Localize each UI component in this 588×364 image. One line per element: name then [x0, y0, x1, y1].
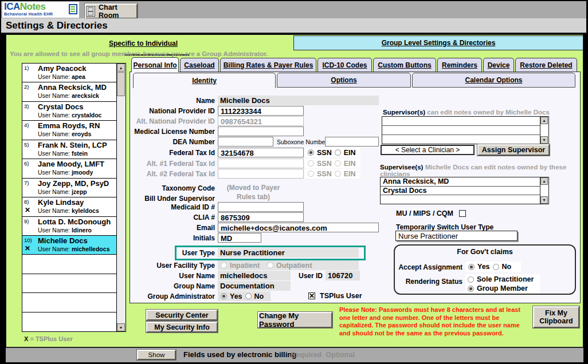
ssn-label: SSN [317, 149, 332, 157]
subtab-calendar-options[interactable]: Calendar Options [412, 73, 575, 88]
supervisees-scrollbar[interactable]: ▲ ▼ [540, 177, 548, 204]
alt2-federal-tax-field[interactable] [218, 169, 304, 179]
list-item-name: Michelle Docs [38, 236, 88, 245]
medical-license-field[interactable] [218, 126, 304, 136]
scroll-up-icon[interactable]: ▲ [540, 177, 548, 185]
gov-claims-box: For Gov't claims Accept Assignment Yes N… [394, 244, 576, 295]
supervisee-row[interactable]: Anna Recksick, MD [381, 177, 540, 187]
outpatient-radio[interactable] [267, 262, 273, 268]
ein-radio[interactable] [335, 160, 341, 167]
billing-fields-label: Fields used by electronic billing [183, 350, 296, 359]
switch-user-type-dropdown[interactable]: Nurse Practitioner [395, 231, 518, 241]
chart-room-button[interactable]: Chart Room [85, 3, 138, 19]
list-item[interactable]: 3) Crystal Docs User Name: crystaldoc [22, 102, 116, 121]
user-type-field[interactable]: Nurse Practitioner [218, 248, 359, 258]
group-member-radio[interactable] [468, 286, 474, 292]
yes-radio[interactable] [221, 293, 227, 299]
scrollbar-thumb[interactable] [117, 72, 125, 96]
scroll-up-icon[interactable]: ▲ [117, 64, 125, 72]
select-clinician-dropdown[interactable]: < Select a Clinician > [381, 145, 475, 155]
no-label: No [254, 292, 264, 300]
sole-practitioner-radio[interactable] [468, 276, 474, 283]
username-prefix: User Name: [38, 73, 70, 80]
app-top-bar: ICANotes Behavioral Health EHR Chart Roo… [1, 1, 586, 18]
tab-caseload[interactable]: Caseload [180, 58, 219, 72]
tab-group-level-settings[interactable]: Group Level Settings & Directories [293, 35, 583, 50]
supervisor-row[interactable] [382, 135, 540, 144]
scroll-down-icon[interactable]: ▼ [117, 323, 125, 331]
alt-npi-field[interactable]: 0987654321 [218, 116, 304, 126]
supervisors-listbox: ▲ ▼ [382, 116, 549, 144]
alt2-tax-type-radios: SSN EIN [305, 169, 360, 179]
tab-device[interactable]: Device [483, 58, 514, 72]
list-item[interactable]: 2) Anna Recksick, MD User Name: arecksic… [22, 82, 116, 101]
list-item[interactable]: 8) Kyle Lindsay ✕ User Name: kyleldocs [22, 197, 116, 216]
yes-radio[interactable] [468, 264, 475, 270]
change-password-button[interactable]: Change My Password [258, 312, 332, 328]
npi-label: National Provider ID [117, 106, 215, 116]
user-list-rows: 1) Amy Peacock User Name: apea 2) Anna R… [22, 64, 116, 331]
show-button[interactable]: Show [137, 350, 176, 360]
fix-my-clipboard-button[interactable]: Fix My Clipboard [533, 306, 579, 328]
ssn-radio[interactable] [308, 149, 314, 156]
my-security-info-button[interactable]: My Security Info [146, 322, 218, 333]
subtab-options[interactable]: Options [277, 73, 411, 88]
tab-icd10-codes[interactable]: ICD-10 Codes [317, 58, 372, 72]
federal-tax-id-field[interactable]: 32154678 [218, 148, 304, 157]
ein-radio[interactable] [335, 149, 341, 156]
tab-personal-info[interactable]: Personal Info [131, 57, 179, 72]
name-field: Michelle Docs [218, 96, 379, 105]
suboxone-number-field[interactable] [325, 137, 379, 147]
security-center-button[interactable]: Security Center [146, 310, 218, 321]
clia-label: CLIA # [117, 212, 215, 222]
no-radio[interactable] [245, 293, 252, 299]
alt1-federal-tax-field[interactable] [218, 159, 304, 168]
user-list: 1) Amy Peacock User Name: apea 2) Anna R… [22, 63, 126, 332]
required-optional-labels: Required Optional [291, 351, 355, 359]
clia-field[interactable]: 8675309 [218, 212, 304, 222]
scroll-down-icon[interactable]: ▼ [540, 196, 548, 204]
list-item[interactable]: 7) Joy Zepp, MD, PsyD User Name: jzepp [22, 179, 116, 197]
tab-custom-buttons[interactable]: Custom Buttons [373, 58, 436, 72]
list-item[interactable]: 1) Amy Peacock User Name: apea [22, 64, 116, 82]
list-item-username: michelledocs [72, 246, 110, 252]
tab-billing-rates-payer-rules[interactable]: Billing Rates & Payer Rules [220, 58, 316, 72]
accept-assignment-label: Accept Assignment [398, 263, 462, 271]
ssn-radio[interactable] [308, 160, 314, 167]
list-item[interactable]: 5) Frank N. Stein, LCP User Name: fstein [22, 140, 116, 159]
medicaid-id-field[interactable] [218, 202, 304, 212]
mu-mips-cqm-checkbox[interactable] [459, 210, 466, 217]
supervisor-row[interactable] [382, 117, 540, 126]
initials-field[interactable]: MD [218, 233, 261, 243]
alt1-tax-type-radios: SSN EIN [305, 159, 360, 168]
subtab-identity[interactable]: Identity [133, 73, 276, 88]
list-item-empty [22, 312, 116, 331]
logo-document-icon [69, 4, 77, 14]
logo-text-notes: Notes [20, 1, 46, 12]
list-item-selected[interactable]: 10) Michelle Docs ✕ User Name: michelled… [22, 236, 116, 255]
list-item[interactable]: 6) Jane Moody, LMFT User Name: jmoody [22, 159, 116, 178]
no-radio[interactable] [493, 264, 499, 270]
tsplus-checkbox-checked[interactable]: ✕ [308, 292, 315, 299]
supervisor-row[interactable] [382, 126, 540, 135]
tab-reminders[interactable]: Reminders [437, 58, 482, 72]
email-field[interactable]: michelle+docs@icanotes.com [218, 223, 379, 232]
list-item[interactable]: 4) Emma Royds, RN User Name: eroyds [22, 121, 116, 140]
list-item[interactable]: 9) Lotta D. McDonough User Name: ldinero [22, 217, 116, 236]
medical-license-label: Medical License Number [117, 126, 215, 136]
supervisors-scrollbar[interactable]: ▲ ▼ [540, 117, 548, 144]
inpatient-radio[interactable] [221, 262, 227, 268]
npi-field[interactable]: 1112233344 [218, 106, 304, 116]
tsplus-x-mark: ✕ [25, 206, 30, 214]
tsplus-x-mark: ✕ [25, 244, 30, 252]
supervisee-row[interactable]: Crystal Docs [381, 187, 540, 196]
tab-restore-deleted[interactable]: Restore Deleted [515, 58, 577, 72]
dea-number-field[interactable] [218, 137, 273, 147]
assign-supervisor-button[interactable]: Assign Supervisor [477, 144, 550, 156]
supervisee-row[interactable] [381, 195, 540, 204]
ein-radio[interactable] [335, 171, 341, 177]
scroll-up-icon[interactable]: ▲ [540, 117, 548, 124]
tab-specific-to-individual[interactable]: Specific to Individual [89, 39, 198, 48]
scroll-down-icon[interactable]: ▼ [540, 136, 548, 144]
ssn-radio[interactable] [308, 171, 314, 177]
